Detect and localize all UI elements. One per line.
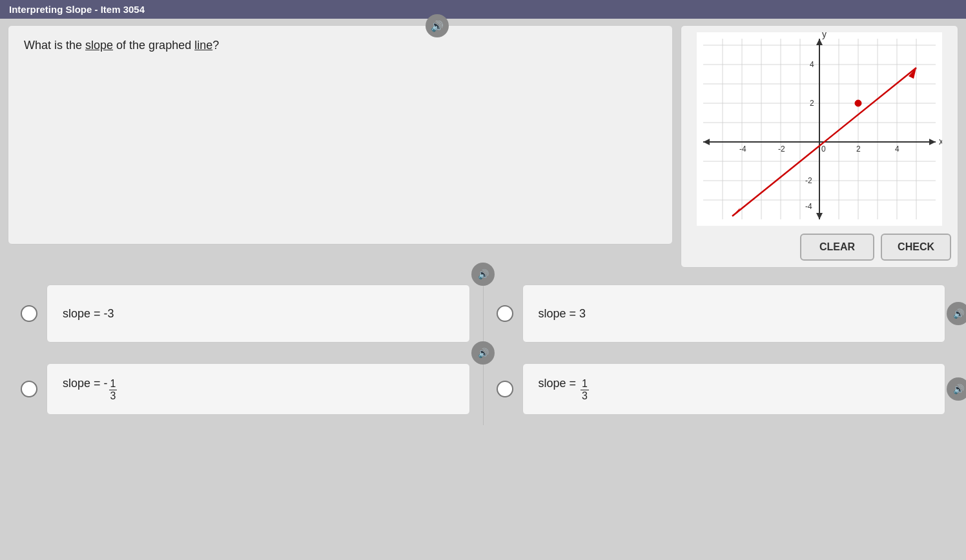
- answer-cell-d: slope = 13: [484, 353, 959, 425]
- audio-icon-row2-right: 🔊: [953, 384, 964, 394]
- svg-text:-2: -2: [805, 176, 812, 185]
- audio-button-row1-right[interactable]: 🔊: [947, 302, 966, 325]
- graph-dot: [855, 100, 861, 106]
- audio-button-question[interactable]: 🔊: [426, 14, 449, 37]
- answer-card-d[interactable]: slope = 13: [522, 363, 946, 415]
- svg-text:4: 4: [810, 60, 814, 69]
- audio-icon-row2: 🔊: [478, 348, 489, 358]
- check-button[interactable]: CHECK: [881, 234, 951, 261]
- svg-text:0: 0: [821, 145, 826, 154]
- answer-card-b[interactable]: slope = 3: [522, 285, 946, 343]
- audio-button-row2[interactable]: 🔊: [471, 341, 495, 365]
- graph-arrow-left: [732, 208, 740, 216]
- audio-icon: 🔊: [431, 20, 444, 32]
- svg-marker-24: [816, 39, 823, 45]
- graph-container: x y -4 -2 0 2 4: [697, 32, 942, 226]
- answer-label-a: slope = -3: [63, 307, 114, 321]
- svg-text:2: 2: [856, 145, 861, 154]
- svg-text:-2: -2: [778, 145, 785, 154]
- svg-marker-22: [929, 139, 936, 145]
- answer-cell-c: slope = -13: [8, 353, 483, 425]
- page-title: Interpreting Slope - Item 3054: [9, 4, 145, 15]
- question-text: What is the slope of the graphed line?: [24, 39, 657, 52]
- svg-text:-4: -4: [739, 145, 746, 154]
- answer-cell-b: slope = 3: [484, 274, 959, 353]
- svg-text:-4: -4: [805, 202, 812, 211]
- x-axis-label: x: [939, 136, 942, 146]
- audio-button-row2-right[interactable]: 🔊: [947, 377, 966, 401]
- svg-text:2: 2: [810, 99, 814, 108]
- clear-button[interactable]: CLEAR: [800, 234, 874, 261]
- svg-marker-23: [703, 139, 710, 145]
- answers-section: 🔊 slope = -3 slope = 3 🔊: [8, 274, 958, 425]
- answer-cell-a: slope = -3: [8, 274, 483, 353]
- graph-panel: x y -4 -2 0 2 4: [681, 25, 958, 268]
- answer-label-b: slope = 3: [539, 307, 586, 321]
- audio-button-row1[interactable]: 🔊: [471, 263, 495, 286]
- answer-label-c: slope = -13: [63, 377, 117, 401]
- radio-b[interactable]: [497, 305, 513, 322]
- question-panel: 🔊 What is the slope of the graphed line?: [8, 25, 673, 245]
- answer-row-2: 🔊 slope = -13 slope = 13: [8, 353, 958, 425]
- fraction-neg-1-3: 13: [109, 378, 118, 401]
- answer-card-c[interactable]: slope = -13: [46, 363, 470, 415]
- svg-text:4: 4: [895, 145, 899, 154]
- audio-icon-row1-right: 🔊: [953, 308, 964, 319]
- audio-icon-row1: 🔊: [478, 269, 489, 279]
- radio-d[interactable]: [497, 381, 513, 397]
- answer-card-a[interactable]: slope = -3: [46, 285, 470, 343]
- title-bar: Interpreting Slope - Item 3054: [0, 0, 966, 19]
- controls-row: CLEAR CHECK: [688, 234, 951, 261]
- radio-a[interactable]: [21, 305, 37, 322]
- fraction-1-3: 13: [581, 378, 589, 401]
- coordinate-graph: x y -4 -2 0 2 4: [697, 32, 942, 226]
- svg-marker-25: [816, 213, 823, 219]
- answer-label-d: slope = 13: [539, 377, 589, 401]
- radio-c[interactable]: [21, 381, 37, 397]
- y-axis-label: y: [822, 32, 827, 39]
